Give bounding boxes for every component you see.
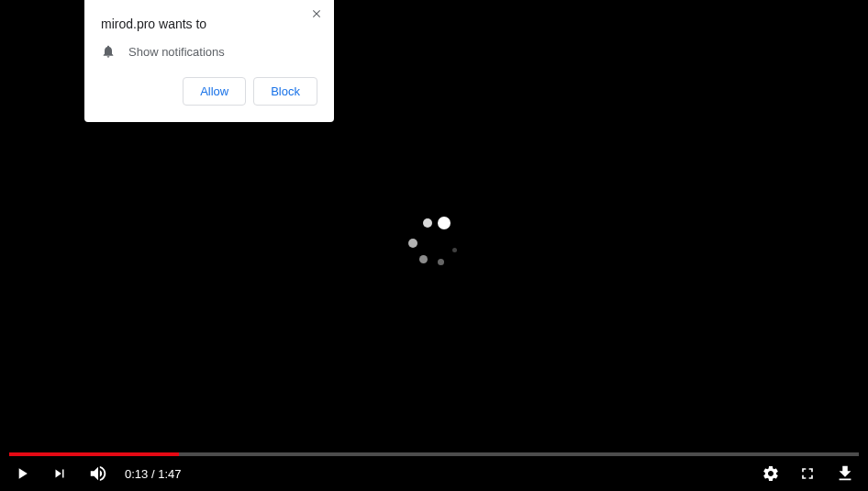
- settings-button[interactable]: [762, 464, 780, 483]
- dialog-title: mirod.pro wants to: [101, 17, 317, 31]
- current-time: 0:13: [125, 467, 148, 481]
- dialog-buttons: Allow Block: [101, 77, 317, 106]
- block-button[interactable]: Block: [253, 77, 317, 106]
- dialog-permission-row: Show notifications: [101, 44, 317, 59]
- video-controls: 0:13 / 1:47: [0, 456, 868, 491]
- dialog-subtitle: Show notifications: [128, 45, 225, 59]
- close-icon[interactable]: [310, 7, 325, 22]
- bell-icon: [101, 44, 116, 59]
- duration: 1:47: [158, 467, 181, 481]
- notification-permission-dialog: mirod.pro wants to Show notifications Al…: [84, 0, 334, 122]
- fullscreen-button[interactable]: [798, 464, 817, 483]
- loading-spinner: [406, 213, 462, 268]
- download-button[interactable]: [835, 463, 855, 484]
- play-button[interactable]: [13, 463, 31, 484]
- time-display: 0:13 / 1:47: [125, 467, 181, 481]
- allow-button[interactable]: Allow: [183, 77, 246, 106]
- next-button[interactable]: [51, 465, 68, 482]
- volume-button[interactable]: [88, 463, 108, 484]
- time-separator: /: [148, 467, 158, 481]
